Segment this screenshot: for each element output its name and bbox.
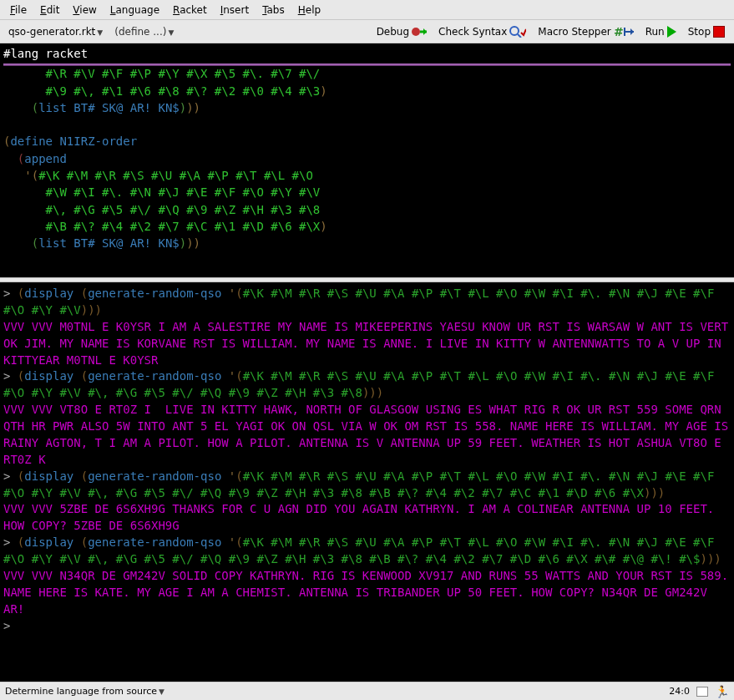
menubar: File Edit View Language Racket Insert Ta…	[0, 0, 734, 20]
menu-file[interactable]: File	[3, 3, 33, 18]
definitions-pane[interactable]: #lang racket #\R #\V #\F #\P #\Y #\X #\5…	[0, 43, 734, 277]
menu-racket[interactable]: Racket	[166, 3, 214, 18]
toolbar: qso-generator.rkt▼ (define ...)▼ Debug C…	[0, 20, 734, 43]
definitions-picker[interactable]: (define ...)▼	[111, 24, 177, 39]
svg-text:#: #	[614, 26, 624, 38]
statusbar: Determine language from source▼ 24:0 🏃	[0, 682, 734, 700]
run-button[interactable]: Run	[641, 24, 681, 39]
check-syntax-button[interactable]: Check Syntax	[434, 24, 530, 39]
menu-view[interactable]: View	[66, 3, 103, 18]
macro-stepper-button[interactable]: Macro Stepper #	[534, 24, 637, 39]
stop-button[interactable]: Stop	[684, 24, 729, 39]
magnifier-check-icon	[509, 26, 526, 38]
play-icon	[667, 26, 676, 38]
gc-indicator[interactable]	[696, 687, 708, 697]
debug-icon	[412, 26, 427, 38]
cursor-position: 24:0	[669, 686, 690, 697]
interactions-pane[interactable]: > (display (generate-random-qso '(#\K #\…	[0, 282, 734, 682]
stop-icon	[713, 26, 725, 38]
hash-step-icon: #	[614, 26, 634, 38]
menu-edit[interactable]: Edit	[33, 3, 66, 18]
language-indicator[interactable]: Determine language from source▼	[5, 686, 165, 697]
menu-insert[interactable]: Insert	[214, 3, 256, 18]
menu-help[interactable]: Help	[291, 3, 327, 18]
menu-language[interactable]: Language	[104, 3, 166, 18]
menu-tabs[interactable]: Tabs	[256, 3, 291, 18]
running-icon: 🏃	[715, 685, 729, 698]
debug-button[interactable]: Debug	[372, 24, 431, 39]
svg-point-0	[412, 28, 420, 36]
svg-point-1	[510, 27, 519, 35]
svg-line-2	[518, 34, 521, 38]
filename-label[interactable]: qso-generator.rkt▼	[5, 24, 106, 39]
